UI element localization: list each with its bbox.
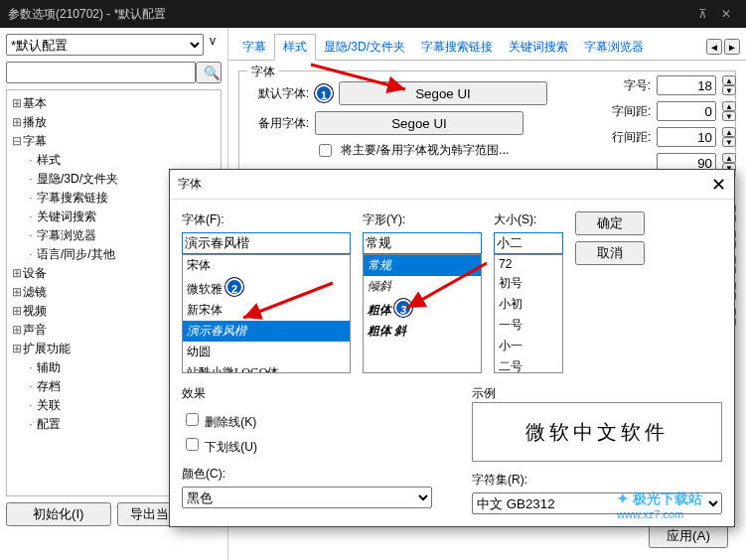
tree-subtitle[interactable]: 字幕 (23, 134, 47, 148)
search-button[interactable]: 🔍 (196, 62, 222, 83)
tab-style[interactable]: 样式 (274, 34, 316, 61)
size-xiaoyi[interactable]: 小一 (495, 336, 562, 356)
size-list[interactable]: 72 初号 小初 一号 小一 二号 小二 (494, 254, 563, 373)
style-bolditalic[interactable]: 粗体 斜 (364, 321, 481, 342)
size-chuhao[interactable]: 初号 (495, 273, 562, 294)
close-icon[interactable]: ✕ (714, 7, 738, 21)
hint-badge-2: 2 (225, 278, 243, 296)
style-regular[interactable]: 常规 (364, 255, 481, 276)
font-group-legend: 字体 (247, 64, 279, 80)
tree-assoc[interactable]: 关联 (37, 398, 61, 412)
color-label: 颜色(C): (182, 466, 432, 483)
pin-icon[interactable]: ⊼ (690, 7, 714, 21)
tree-config[interactable]: 配置 (37, 417, 61, 431)
style-bold[interactable]: 粗体 3 (364, 297, 481, 321)
tree-save[interactable]: 存档 (37, 379, 61, 393)
tab-browser[interactable]: 字幕浏览器 (576, 35, 652, 60)
tree-ext[interactable]: 扩展功能 (23, 342, 71, 355)
size-72[interactable]: 72 (495, 255, 562, 273)
charset-label: 字符集(R): (472, 472, 722, 489)
size-down[interactable]: ▼ (722, 85, 736, 95)
init-button[interactable]: 初始化(I) (6, 502, 111, 526)
dialog-close-icon[interactable]: ✕ (711, 174, 726, 196)
tree-lang[interactable]: 语言/同步/其他 (37, 247, 115, 261)
default-font-button[interactable]: Segoe UI (339, 81, 547, 105)
tree-folder[interactable]: 显隐/3D/文件夹 (37, 172, 118, 186)
backup-font-label: 备用字体: (249, 115, 309, 132)
font-item-zhanku[interactable]: 站酷小微LOGO体 (183, 362, 350, 373)
tab-searchlink[interactable]: 字幕搜索链接 (413, 35, 501, 60)
tree-style[interactable]: 样式 (37, 153, 61, 167)
hint-badge-1: 1 (315, 84, 333, 102)
tree-browser[interactable]: 字幕浏览器 (37, 228, 96, 242)
size-erhao[interactable]: 二号 (495, 356, 562, 373)
font-item-youyuan[interactable]: 幼圆 (183, 342, 350, 362)
tree-playback[interactable]: 播放 (23, 115, 47, 129)
tree-searchlink[interactable]: 字幕搜索链接 (37, 191, 108, 205)
linegap-down[interactable]: ▼ (722, 137, 736, 147)
style-list[interactable]: 常规 倾斜 粗体 3 粗体 斜 (363, 254, 482, 373)
sample-label: 示例 (472, 385, 722, 402)
style-italic[interactable]: 倾斜 (364, 276, 481, 297)
tab-keyword[interactable]: 关键词搜索 (501, 35, 576, 60)
size-yihao[interactable]: 一号 (495, 315, 562, 336)
tree-device[interactable]: 设备 (23, 266, 47, 280)
spacing-label: 字间距: (607, 103, 651, 120)
spacing-down[interactable]: ▼ (722, 111, 736, 121)
f4-up[interactable]: ▲ (722, 153, 736, 163)
underline-checkbox[interactable] (186, 438, 199, 451)
spacing-input[interactable] (657, 101, 716, 121)
underline-label: 下划线(U) (205, 440, 257, 454)
default-font-label: 默认字体: (249, 85, 309, 102)
tab-next-button[interactable]: ► (724, 39, 740, 55)
linegap-label: 行间距: (607, 129, 651, 146)
apply-button[interactable]: 应用(A) (649, 524, 728, 548)
charset-select[interactable]: 中文 GB2312 (472, 492, 722, 514)
spacing-up[interactable]: ▲ (722, 101, 736, 111)
size-label: 字号: (607, 77, 651, 94)
font-item-nsimsun[interactable]: 新宋体 (183, 300, 350, 321)
effects-label: 效果 (182, 385, 432, 402)
profile-dropdown-v[interactable]: v (204, 34, 222, 56)
tree-keyword[interactable]: 关键词搜索 (37, 210, 96, 223)
tab-prev-button[interactable]: ◄ (706, 39, 722, 55)
font-style-input[interactable] (363, 232, 482, 254)
font-dialog: 字体 ✕ 字体(F): 宋体 微软雅 2 新宋体 演示春风楷 幼圆 站酷小微LO… (169, 169, 735, 527)
hint-badge-3: 3 (394, 299, 412, 317)
tree-video[interactable]: 视频 (23, 304, 47, 318)
font-list[interactable]: 宋体 微软雅 2 新宋体 演示春风楷 幼圆 站酷小微LOGO体 卓健橄榄简体 (182, 254, 351, 373)
tree-basic[interactable]: 基本 (23, 96, 47, 110)
size-up[interactable]: ▲ (722, 75, 736, 85)
search-input[interactable] (6, 62, 196, 83)
font-size-input[interactable] (494, 232, 563, 254)
backup-font-button[interactable]: Segoe UI (315, 111, 523, 135)
color-select[interactable]: 黑色 (182, 487, 432, 508)
font-item-msyh[interactable]: 微软雅 2 (183, 276, 350, 300)
strikethrough-checkbox[interactable] (186, 413, 199, 426)
size-input[interactable] (657, 75, 716, 95)
font-item-chunfeng[interactable]: 演示春风楷 (183, 321, 350, 342)
dialog-title: 字体 (178, 176, 711, 193)
style-field-label: 字形(Y): (363, 211, 482, 228)
korean-range-checkbox[interactable] (319, 144, 332, 157)
linegap-input[interactable] (657, 127, 716, 147)
strikethrough-label: 删除线(K) (205, 415, 256, 429)
font-field-label: 字体(F): (182, 211, 351, 228)
korean-range-label: 将主要/备用字体视为韩字范围... (341, 142, 509, 159)
linegap-up[interactable]: ▲ (722, 127, 736, 137)
cancel-button[interactable]: 取消 (575, 241, 645, 265)
font-name-input[interactable] (182, 232, 351, 254)
sample-preview: 微软中文软件 (472, 402, 722, 462)
tree-filter[interactable]: 滤镜 (23, 285, 47, 299)
tab-folder[interactable]: 显隐/3D/文件夹 (316, 35, 413, 60)
tab-subtitle[interactable]: 字幕 (234, 35, 274, 60)
tree-aux[interactable]: 辅助 (37, 360, 61, 374)
size-field-label: 大小(S): (494, 211, 563, 228)
font-item-songti[interactable]: 宋体 (183, 255, 350, 276)
window-title: 参数选项(210702) - *默认配置 (8, 6, 690, 23)
profile-select[interactable]: *默认配置 (6, 34, 204, 56)
size-xiaochu[interactable]: 小初 (495, 294, 562, 315)
tree-audio[interactable]: 声音 (23, 323, 47, 337)
ok-button[interactable]: 确定 (575, 211, 645, 235)
